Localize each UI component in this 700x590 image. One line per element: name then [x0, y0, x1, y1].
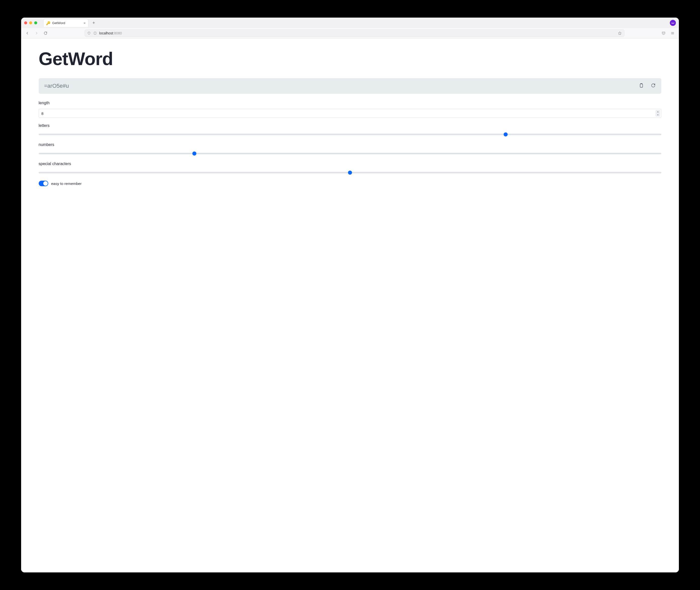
pocket-button[interactable]	[661, 30, 666, 36]
numbers-slider[interactable]	[39, 151, 662, 156]
window-controls	[24, 21, 37, 24]
password-actions	[639, 83, 656, 89]
special-field: special characters	[39, 162, 662, 175]
special-label: special characters	[39, 162, 662, 166]
svg-rect-1	[640, 84, 643, 87]
length-input[interactable]: 8 ▲ ▼	[39, 109, 662, 118]
slider-track	[39, 153, 662, 154]
new-tab-button[interactable]: +	[91, 20, 97, 26]
maximize-window-button[interactable]	[34, 21, 37, 24]
letters-slider[interactable]	[39, 132, 662, 137]
minimize-window-button[interactable]	[29, 21, 32, 24]
browser-toolbar: localhost:8080	[21, 28, 679, 38]
close-window-button[interactable]	[24, 21, 27, 24]
length-label: length	[39, 101, 662, 105]
numbers-label: numbers	[39, 142, 662, 147]
svg-rect-0	[94, 32, 96, 34]
page-content: GetWord =arO5e#u length 8 ▲ ▼	[21, 38, 679, 572]
length-field: length 8 ▲ ▼	[39, 101, 662, 118]
copy-button[interactable]	[639, 83, 644, 89]
password-output: =arO5e#u	[39, 78, 662, 94]
profile-badge[interactable]	[670, 20, 676, 26]
address-bar[interactable]: localhost:8080	[84, 29, 625, 37]
url-port: :8080	[113, 31, 122, 35]
remember-field: easy to remember	[39, 181, 662, 186]
forward-button[interactable]	[34, 30, 39, 36]
browser-window: 🔑 GetWord × +	[21, 18, 679, 572]
close-tab-button[interactable]: ×	[83, 21, 85, 25]
remember-label: easy to remember	[51, 181, 82, 186]
back-button[interactable]	[25, 30, 30, 36]
slider-thumb[interactable]	[348, 171, 352, 175]
letters-label: letters	[39, 123, 662, 128]
numbers-field: numbers	[39, 142, 662, 156]
chevron-down-icon[interactable]: ▼	[655, 113, 660, 117]
remember-toggle[interactable]	[39, 181, 48, 186]
letters-field: letters	[39, 123, 662, 137]
slider-track	[39, 134, 662, 135]
length-stepper[interactable]: ▲ ▼	[655, 110, 660, 117]
clipboard-icon	[639, 83, 644, 88]
tab-title: GetWord	[52, 21, 65, 25]
url-text: localhost:8080	[99, 31, 122, 35]
menu-button[interactable]	[670, 30, 675, 36]
slider-thumb[interactable]	[192, 152, 196, 156]
page-icon	[93, 31, 97, 35]
bookmark-button[interactable]	[618, 31, 622, 35]
tab-strip: 🔑 GetWord × +	[21, 18, 679, 28]
page-title: GetWord	[39, 48, 662, 69]
regenerate-button[interactable]	[651, 83, 656, 89]
key-icon: 🔑	[46, 21, 50, 25]
browser-tab[interactable]: 🔑 GetWord ×	[43, 19, 89, 27]
toolbar-right	[661, 30, 675, 36]
mask-icon	[671, 22, 675, 24]
reload-button[interactable]	[43, 30, 48, 36]
special-slider[interactable]	[39, 170, 662, 175]
refresh-icon	[651, 83, 656, 88]
slider-thumb[interactable]	[504, 132, 508, 136]
shield-icon	[87, 31, 91, 35]
browser-chrome: 🔑 GetWord × +	[21, 18, 679, 38]
password-text: =arO5e#u	[44, 83, 69, 89]
toggle-knob	[43, 181, 48, 186]
url-host: localhost	[99, 31, 113, 35]
length-value: 8	[41, 111, 43, 116]
chevron-up-icon[interactable]: ▲	[655, 110, 660, 113]
